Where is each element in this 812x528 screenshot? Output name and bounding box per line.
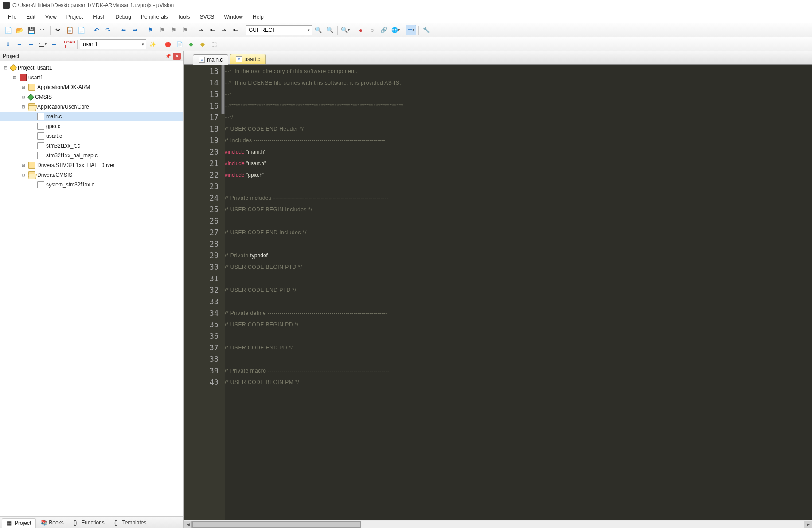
menu-help[interactable]: Help: [248, 12, 268, 22]
menu-window[interactable]: Window: [219, 12, 247, 22]
horizontal-scrollbar[interactable]: ◀ ▶: [184, 520, 812, 528]
code-line[interactable]: /* Includes ----------------------------…: [225, 135, 812, 146]
code-line[interactable]: ···*/: [225, 112, 812, 123]
panel-tab-templates[interactable]: {}Templates: [109, 518, 152, 527]
code-line[interactable]: /* USER CODE BEGIN Includes */: [225, 204, 812, 215]
menu-file[interactable]: File: [4, 12, 21, 22]
configure-button[interactable]: [421, 25, 432, 35]
tree-group-drivers-cmsis[interactable]: ⊟Drivers/CMSIS: [0, 170, 183, 180]
code-line[interactable]: /* USER CODE END PD */: [225, 342, 812, 353]
code-line[interactable]: [225, 215, 812, 227]
code-line[interactable]: /* Private includes --------------------…: [225, 192, 812, 204]
scroll-right-button[interactable]: ▶: [804, 521, 812, 528]
tree-file-usart-c[interactable]: usart.c: [0, 131, 183, 141]
tree-toggle[interactable]: ⊟: [3, 66, 9, 70]
pin-button[interactable]: 📌: [164, 53, 172, 60]
find-combo[interactable]: GUI_RECT: [246, 25, 312, 35]
tree-group-drivers-stm32f1xx-hal-driver[interactable]: ⊞Drivers/STM32F1xx_HAL_Driver: [0, 160, 183, 170]
code-line[interactable]: ···* in the root directory of this softw…: [225, 66, 812, 77]
tree-file-stm32f1xx-hal-msp-c[interactable]: stm32f1xx_hal_msp.c: [0, 151, 183, 160]
code-line[interactable]: [225, 181, 812, 192]
scroll-thumb[interactable]: [192, 521, 361, 528]
rte-button[interactable]: [197, 39, 208, 50]
code-line[interactable]: /* Private typedef ---------------------…: [225, 250, 812, 261]
code-line[interactable]: [225, 273, 812, 284]
menu-flash[interactable]: Flash: [88, 12, 110, 22]
scroll-track[interactable]: [192, 521, 804, 528]
tree-group-application-mdk-arm[interactable]: ⊞Application/MDK-ARM: [0, 82, 183, 92]
bookmark-toggle-button[interactable]: [145, 25, 156, 35]
tree-file-stm32f1xx-it-c[interactable]: stm32f1xx_it.c: [0, 141, 183, 151]
tree-group-cmsis[interactable]: ⊞CMSIS: [0, 92, 183, 102]
paste-button[interactable]: [76, 25, 86, 35]
tree-toggle[interactable]: ⊞: [20, 85, 27, 89]
select-button[interactable]: [209, 39, 219, 50]
new-file-button[interactable]: [3, 25, 13, 35]
panel-tab-books[interactable]: 📚Books: [36, 518, 68, 527]
menu-tools[interactable]: Tools: [173, 12, 195, 22]
debug-button[interactable]: ▾: [340, 25, 351, 35]
code-content[interactable]: ···* in the root directory of this softw…: [225, 65, 812, 520]
menu-svcs[interactable]: SVCS: [195, 12, 219, 22]
code-line[interactable]: #include "usart.h": [225, 158, 812, 169]
bookmark-clear-button[interactable]: [180, 25, 191, 35]
code-line[interactable]: [225, 296, 812, 307]
scroll-left-button[interactable]: ◀: [184, 521, 192, 528]
menu-debug[interactable]: Debug: [111, 12, 136, 22]
code-line[interactable]: ···* If no LICENSE file comes with this …: [225, 77, 812, 89]
close-panel-button[interactable]: ✕: [173, 53, 181, 60]
tree-toggle[interactable]: ⊟: [20, 105, 27, 109]
code-line[interactable]: /* USER CODE END Includes */: [225, 227, 812, 238]
menu-view[interactable]: View: [41, 12, 61, 22]
translate-button[interactable]: [3, 39, 13, 50]
manage-button[interactable]: [174, 39, 185, 50]
menu-peripherals[interactable]: Peripherals: [137, 12, 172, 22]
stop-build-button[interactable]: [49, 39, 59, 50]
code-line[interactable]: /* USER CODE END Header */: [225, 123, 812, 135]
tree-file-system-stm32f1xx-c[interactable]: system_stm32f1xx.c: [0, 180, 183, 190]
tree-toggle[interactable]: ⊟: [20, 173, 27, 177]
tree-group-application-user-core[interactable]: ⊟Application/User/Core: [0, 102, 183, 112]
code-line[interactable]: /* USER CODE BEGIN PTD */: [225, 261, 812, 273]
bookmark-prev-button[interactable]: [157, 25, 168, 35]
breakpoint-disable-button[interactable]: [367, 25, 378, 35]
nav-back-button[interactable]: [118, 25, 129, 35]
build-button[interactable]: [14, 39, 25, 50]
editor-tab-main-c[interactable]: main.c: [193, 54, 228, 65]
tree-toggle[interactable]: ⊟: [12, 75, 18, 80]
code-line[interactable]: [225, 353, 812, 365]
menu-project[interactable]: Project: [62, 12, 87, 22]
target-options-button[interactable]: [147, 39, 158, 50]
tree-file-main-c[interactable]: main.c: [0, 112, 183, 121]
breakpoint-insert-button[interactable]: [355, 25, 366, 35]
tree-project-root[interactable]: ⊟Project: usart1: [0, 63, 183, 73]
download-button[interactable]: LOAD⬇: [64, 39, 75, 50]
editor-tab-usart-c[interactable]: usart.c: [230, 54, 266, 64]
redo-button[interactable]: [103, 25, 113, 35]
tree-toggle[interactable]: ⊞: [20, 95, 27, 99]
code-line[interactable]: /* Private macro -----------------------…: [225, 365, 812, 377]
window-layout-button[interactable]: ▾: [406, 25, 416, 35]
file-ext-button[interactable]: [163, 39, 173, 50]
breakpoint-list-button[interactable]: ▾: [390, 25, 401, 35]
open-file-button[interactable]: [14, 25, 25, 35]
code-line[interactable]: /* USER CODE BEGIN PD */: [225, 319, 812, 330]
tree-target[interactable]: ⊟usart1: [0, 73, 183, 82]
save-all-button[interactable]: [37, 25, 48, 35]
code-line[interactable]: ···*************************************…: [225, 100, 812, 112]
panel-tab-project[interactable]: ▦Project: [2, 518, 36, 528]
target-combo[interactable]: usart1: [80, 39, 146, 49]
rebuild-button[interactable]: [26, 39, 36, 50]
code-line[interactable]: /* USER CODE END PTD */: [225, 284, 812, 296]
code-line[interactable]: ···*: [225, 89, 812, 100]
outdent-button[interactable]: [207, 25, 218, 35]
tree-file-gpio-c[interactable]: gpio.c: [0, 121, 183, 131]
cut-button[interactable]: [53, 25, 63, 35]
indent-button[interactable]: [195, 25, 206, 35]
undo-button[interactable]: [91, 25, 102, 35]
code-line[interactable]: /* Private define ----------------------…: [225, 307, 812, 319]
find-in-files-button[interactable]: [324, 25, 335, 35]
uncomment-button[interactable]: [230, 25, 241, 35]
find-next-button[interactable]: [313, 25, 324, 35]
nav-forward-button[interactable]: [130, 25, 141, 35]
